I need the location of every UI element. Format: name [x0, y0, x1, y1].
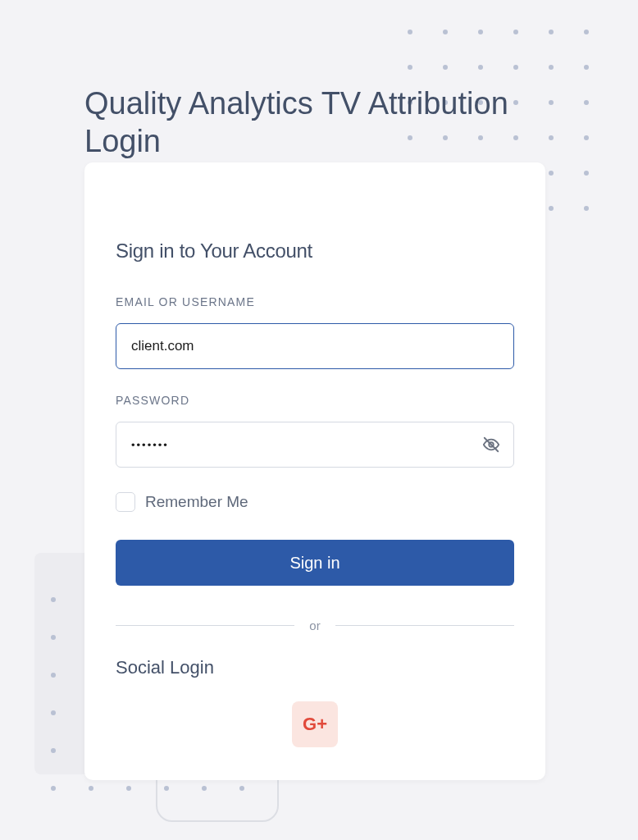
google-plus-icon: G+ [303, 714, 327, 735]
divider-text: or [309, 619, 320, 632]
password-field-group: PASSWORD [116, 394, 514, 468]
form-heading: Sign in to Your Account [116, 240, 514, 262]
remember-checkbox[interactable] [116, 492, 135, 512]
password-input-wrap [116, 422, 514, 468]
social-login-heading: Social Login [116, 657, 514, 678]
social-login-row: G+ [116, 701, 514, 747]
sign-in-button[interactable]: Sign in [116, 540, 514, 586]
divider-line-right [335, 625, 514, 626]
divider-row: or [116, 619, 514, 632]
email-label: EMAIL OR USERNAME [116, 295, 514, 308]
email-input-wrap [116, 323, 514, 369]
google-login-button[interactable]: G+ [292, 701, 338, 747]
password-label: PASSWORD [116, 394, 514, 407]
email-field-group: EMAIL OR USERNAME [116, 295, 514, 369]
remember-label: Remember Me [145, 493, 248, 511]
remember-row: Remember Me [116, 492, 514, 512]
email-input[interactable] [116, 323, 514, 369]
page-title: Quality Analytics TV Attribution Login [84, 85, 552, 160]
login-card: Sign in to Your Account EMAIL OR USERNAM… [84, 162, 545, 780]
toggle-password-visibility-button[interactable] [481, 435, 501, 454]
password-input[interactable] [116, 422, 514, 468]
eye-off-icon [482, 436, 500, 454]
divider-line-left [116, 625, 294, 626]
